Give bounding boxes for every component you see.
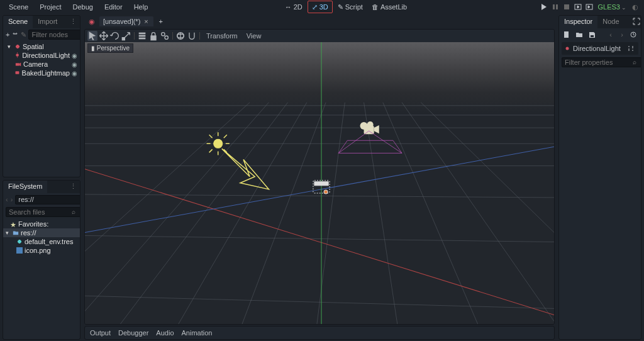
fs-back-button[interactable]: ‹ bbox=[6, 194, 8, 204]
svg-point-60 bbox=[566, 47, 569, 50]
viewport-grid bbox=[85, 42, 554, 325]
chevron-down-icon: ⌄ bbox=[621, 4, 626, 11]
directional-light-icon bbox=[564, 45, 570, 52]
local-space-toggle[interactable] bbox=[175, 31, 186, 41]
svg-line-30 bbox=[85, 103, 269, 325]
bottom-tab-debugger[interactable]: Debugger bbox=[118, 329, 148, 337]
lock-tool[interactable] bbox=[148, 31, 158, 41]
tab-filesystem[interactable]: FileSystem bbox=[3, 181, 47, 193]
baked-lightmap-icon bbox=[14, 70, 20, 76]
visibility-toggle[interactable]: ◉ bbox=[72, 52, 77, 59]
menu-debug[interactable]: Debug bbox=[67, 1, 97, 13]
tab-scene[interactable]: Scene bbox=[3, 16, 33, 28]
workspace-assetlib[interactable]: 🗑AssetLib bbox=[368, 1, 411, 13]
scene-dock-menu[interactable]: ⋮ bbox=[67, 16, 80, 28]
bottom-panel-tabs: Output Debugger Audio Animation bbox=[84, 326, 555, 340]
svg-line-28 bbox=[402, 103, 554, 321]
svg-line-22 bbox=[97, 103, 287, 325]
group-tool[interactable] bbox=[160, 31, 170, 41]
fs-file-icon-png[interactable]: icon.png bbox=[3, 246, 80, 255]
tab-import[interactable]: Import bbox=[33, 16, 62, 28]
inspector-history-menu[interactable] bbox=[628, 30, 638, 40]
select-tool[interactable] bbox=[87, 31, 97, 41]
bottom-tab-animation[interactable]: Animation bbox=[182, 329, 213, 337]
inspector-new-resource-button[interactable] bbox=[562, 30, 572, 40]
play-button[interactable] bbox=[539, 2, 549, 12]
new-scene-tab-button[interactable]: + bbox=[156, 16, 166, 26]
environment-resource-icon bbox=[16, 238, 23, 245]
expander-icon[interactable]: ▾ bbox=[8, 43, 13, 50]
svg-point-52 bbox=[360, 122, 368, 130]
svg-line-37 bbox=[85, 235, 554, 242]
close-tab-button[interactable]: × bbox=[143, 18, 149, 25]
inspector-properties-area[interactable] bbox=[559, 69, 641, 339]
workspace-3d[interactable]: ⤢3D bbox=[308, 1, 333, 13]
stop-button[interactable] bbox=[562, 2, 572, 12]
scale-tool[interactable] bbox=[121, 31, 131, 41]
inspector-history-next[interactable]: › bbox=[617, 30, 627, 40]
scene-node-spatial[interactable]: ▾ Spatial bbox=[3, 42, 80, 51]
filesystem-search-input[interactable] bbox=[6, 207, 80, 217]
svg-line-23 bbox=[161, 103, 307, 325]
scene-node-baked-lightmap[interactable]: BakedLightmap ◉ bbox=[3, 69, 80, 77]
visibility-toggle[interactable]: ◉ bbox=[72, 61, 77, 68]
menu-editor[interactable]: Editor bbox=[99, 1, 128, 13]
rotate-tool[interactable] bbox=[110, 31, 120, 41]
distraction-free-button[interactable] bbox=[631, 16, 641, 26]
svg-point-19 bbox=[165, 36, 168, 39]
view-menu[interactable]: View bbox=[243, 32, 265, 40]
filesystem-path-input[interactable] bbox=[15, 195, 80, 204]
3d-icon: ⤢ bbox=[312, 4, 318, 11]
bottom-tab-output[interactable]: Output bbox=[90, 329, 111, 337]
filesystem-dock-menu[interactable]: ⋮ bbox=[67, 181, 80, 193]
inspector-filter-input[interactable] bbox=[562, 57, 641, 67]
visibility-toggle[interactable]: ◉ bbox=[72, 70, 77, 77]
snap-toggle[interactable] bbox=[187, 31, 197, 41]
camera-node-icon bbox=[15, 61, 21, 67]
scene-tree[interactable]: ▾ Spatial DirectionalLight ◉ Camera ◉ bbox=[3, 41, 80, 177]
svg-point-53 bbox=[367, 121, 374, 128]
tab-inspector[interactable]: Inspector bbox=[559, 16, 597, 28]
scene-filter-input[interactable] bbox=[28, 30, 80, 40]
instance-scene-button[interactable] bbox=[11, 30, 19, 39]
add-node-button[interactable]: + bbox=[6, 30, 9, 39]
scene-node-camera[interactable]: Camera ◉ bbox=[3, 60, 80, 69]
list-select-tool[interactable] bbox=[137, 31, 147, 41]
menu-help[interactable]: Help bbox=[129, 1, 153, 13]
fs-favorites[interactable]: ★ Favorites: bbox=[3, 220, 80, 228]
renderer-selector[interactable]: GLES3⌄ bbox=[596, 3, 629, 11]
inspector-history-prev[interactable]: ‹ bbox=[606, 30, 616, 40]
inspector-object-tools[interactable] bbox=[626, 43, 636, 53]
move-tool[interactable] bbox=[99, 31, 109, 41]
tab-node[interactable]: Node bbox=[597, 16, 624, 28]
inspector-object-selector[interactable]: DirectionalLight bbox=[562, 42, 638, 55]
workspace-script[interactable]: ✎Script bbox=[334, 1, 367, 13]
svg-point-56 bbox=[324, 190, 328, 194]
menu-scene[interactable]: Scene bbox=[4, 1, 33, 13]
inspector-save-resource-button[interactable] bbox=[587, 30, 597, 40]
transform-menu[interactable]: Transform bbox=[203, 32, 242, 40]
pause-button[interactable] bbox=[550, 2, 560, 12]
filesystem-tree[interactable]: ★ Favorites: ▾ res:// default_env.tres i… bbox=[3, 218, 80, 339]
directional-light-gizmo bbox=[207, 132, 269, 189]
menu-project[interactable]: Project bbox=[35, 1, 66, 13]
fs-root[interactable]: ▾ res:// bbox=[3, 228, 80, 237]
folder-icon bbox=[13, 230, 19, 236]
perspective-label[interactable]: ▮ Perspective bbox=[87, 43, 133, 53]
play-custom-scene-button[interactable] bbox=[584, 2, 594, 12]
3d-viewport[interactable]: ▮ Perspective bbox=[85, 42, 554, 324]
svg-line-38 bbox=[85, 296, 554, 308]
fs-file-default-env[interactable]: default_env.tres bbox=[3, 237, 80, 246]
svg-line-49 bbox=[209, 149, 213, 152]
play-scene-button[interactable] bbox=[573, 2, 583, 12]
scene-node-directional-light[interactable]: DirectionalLight ◉ bbox=[3, 51, 80, 60]
inspector-load-resource-button[interactable] bbox=[574, 30, 584, 40]
scene-tab[interactable]: [unsaved](*) × bbox=[99, 16, 153, 26]
svg-line-25 bbox=[313, 103, 345, 325]
attach-script-button[interactable]: ✎ bbox=[21, 30, 26, 39]
expander-icon[interactable]: ▾ bbox=[6, 230, 11, 236]
svg-rect-8 bbox=[16, 63, 19, 65]
workspace-2d[interactable]: ↔2D bbox=[281, 1, 306, 13]
bottom-tab-audio[interactable]: Audio bbox=[156, 329, 174, 337]
fs-forward-button[interactable]: › bbox=[11, 194, 13, 204]
